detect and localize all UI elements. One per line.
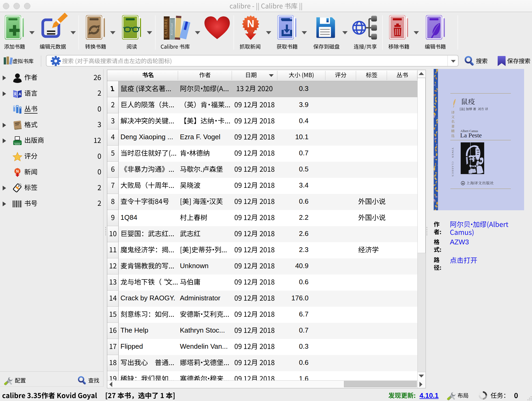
svg-text:N: N [247,18,254,29]
svg-text:CALIBRE: CALIBRE [164,18,168,37]
svg-text:A: A [18,92,21,96]
svg-text:N: N [16,169,19,173]
svg-text:Kovid Goyal: Kovid Goyal [170,23,173,35]
